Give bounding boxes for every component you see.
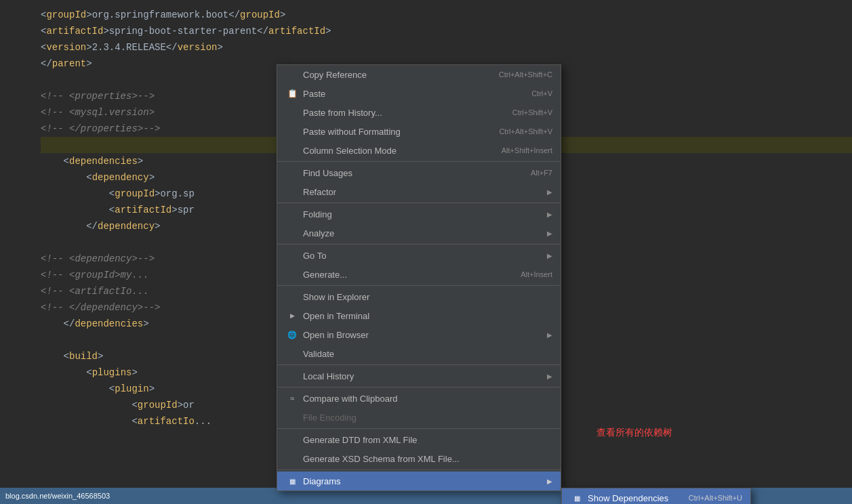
menu-item-label: Open in Terminal — [303, 311, 552, 321]
menu-item-open-browser[interactable]: 🌐 Open in Browser ▶ — [277, 325, 561, 344]
menu-item-label: Generate DTD from XML File — [303, 435, 552, 445]
submenu-arrow-icon: ▶ — [547, 211, 552, 218]
menu-item-label: File Encoding — [303, 413, 552, 423]
menu-item-label: Paste — [303, 89, 518, 99]
menu-item-label: Analyze — [303, 228, 542, 238]
menu-item-validate[interactable]: Validate — [277, 344, 561, 363]
menu-item-diagrams[interactable]: ▦ Diagrams ▶ — [277, 471, 561, 490]
menu-item-goto[interactable]: Go To ▶ — [277, 246, 561, 265]
menu-separator — [277, 285, 561, 286]
menu-item-analyze[interactable]: Analyze ▶ — [277, 224, 561, 243]
show-dependencies-icon: ▦ — [570, 495, 584, 502]
menu-separator — [277, 387, 561, 387]
code-line: <version>2.3.4.RELEASE</version> — [41, 39, 852, 56]
menu-item-generate-xsd[interactable]: Generate XSD Schema from XML File... — [277, 449, 561, 468]
menu-item-shortcut: Ctrl+Alt+Shift+V — [499, 127, 552, 135]
menu-item-refactor[interactable]: Refactor ▶ — [277, 182, 561, 201]
menu-item-label: Local History — [303, 371, 542, 381]
menu-item-generate[interactable]: Generate... Alt+Insert — [277, 265, 561, 284]
menu-item-label: Validate — [303, 349, 552, 359]
menu-item-shortcut: Ctrl+Alt+Shift+C — [499, 70, 552, 79]
menu-item-label: Show in Explorer — [303, 292, 552, 302]
menu-item-paste-no-format[interactable]: Paste without Formatting Ctrl+Alt+Shift+… — [277, 122, 561, 141]
code-line: <groupId>org.springframework.boot</group… — [41, 7, 852, 23]
menu-item-copy-reference[interactable]: Copy Reference Ctrl+Alt+Shift+C — [277, 65, 561, 84]
menu-item-shortcut: Alt+Insert — [521, 270, 552, 278]
menu-separator — [277, 161, 561, 162]
submenu-item-show-dependencies[interactable]: ▦ Show Dependencies Ctrl+Alt+Shift+U — [562, 488, 750, 504]
menu-item-label: Go To — [303, 251, 542, 261]
menu-item-file-encoding: File Encoding — [277, 408, 561, 427]
paste-icon: 📋 — [285, 89, 299, 98]
menu-item-generate-dtd[interactable]: Generate DTD from XML File — [277, 430, 561, 449]
menu-item-shortcut: Alt+F7 — [531, 169, 552, 177]
menu-separator — [277, 244, 561, 245]
menu-item-find-usages[interactable]: Find Usages Alt+F7 — [277, 163, 561, 182]
submenu-arrow-icon: ▶ — [547, 331, 552, 339]
menu-item-label: Generate... — [303, 270, 507, 280]
menu-item-label: Paste from History... — [303, 108, 499, 118]
menu-item-label: Diagrams — [303, 476, 542, 486]
menu-item-label: Paste without Formatting — [303, 127, 485, 137]
submenu-arrow-icon: ▶ — [547, 230, 552, 237]
code-line: <artifactId>spring-boot-starter-parent</… — [41, 23, 852, 39]
submenu-arrow-icon: ▶ — [547, 252, 552, 259]
menu-item-open-terminal[interactable]: ▶ Open in Terminal — [277, 306, 561, 325]
menu-item-label: Generate XSD Schema from XML File... — [303, 454, 552, 464]
submenu-arrow-icon: ▶ — [547, 373, 552, 380]
submenu-arrow-icon: ▶ — [547, 188, 552, 196]
menu-item-shortcut: Alt+Shift+Insert — [502, 146, 552, 154]
menu-item-label: Open in Browser — [303, 330, 542, 340]
menu-item-shortcut: Ctrl+V — [531, 89, 552, 98]
annotation-text: 查看所有的依赖树 — [596, 427, 672, 439]
menu-separator — [277, 428, 561, 429]
browser-icon: 🌐 — [285, 331, 299, 339]
menu-item-label: Copy Reference — [303, 70, 485, 80]
menu-separator — [277, 469, 561, 470]
diagrams-icon: ▦ — [285, 478, 299, 485]
menu-item-show-explorer[interactable]: Show in Explorer — [277, 287, 561, 306]
menu-item-compare-clipboard[interactable]: ≈ Compare with Clipboard — [277, 389, 561, 408]
compare-icon: ≈ — [285, 394, 299, 402]
menu-item-paste-history[interactable]: Paste from History... Ctrl+Shift+V — [277, 103, 561, 122]
diagrams-submenu: ▦ Show Dependencies Ctrl+Alt+Shift+U — [561, 488, 751, 504]
menu-item-column-selection[interactable]: Column Selection Mode Alt+Shift+Insert — [277, 141, 561, 160]
bottom-bar-text: blog.csdn.net/weixin_46568503 — [5, 492, 110, 500]
context-menu: Copy Reference Ctrl+Alt+Shift+C 📋 Paste … — [277, 64, 561, 491]
menu-item-label: Folding — [303, 209, 542, 219]
submenu-arrow-icon: ▶ — [547, 478, 552, 485]
menu-separator — [277, 203, 561, 203]
menu-item-local-history[interactable]: Local History ▶ — [277, 366, 561, 385]
menu-separator — [277, 364, 561, 365]
menu-item-label: Find Usages — [303, 168, 517, 178]
menu-item-paste[interactable]: 📋 Paste Ctrl+V — [277, 84, 561, 103]
menu-item-label: Compare with Clipboard — [303, 394, 552, 404]
submenu-item-shortcut: Ctrl+Alt+Shift+U — [689, 494, 742, 502]
menu-item-shortcut: Ctrl+Shift+V — [512, 108, 552, 117]
menu-item-label: Refactor — [303, 187, 542, 197]
terminal-icon: ▶ — [285, 312, 299, 319]
menu-item-label: Column Selection Mode — [303, 146, 488, 156]
menu-item-folding[interactable]: Folding ▶ — [277, 205, 561, 224]
submenu-item-label: Show Dependencies — [588, 493, 682, 503]
